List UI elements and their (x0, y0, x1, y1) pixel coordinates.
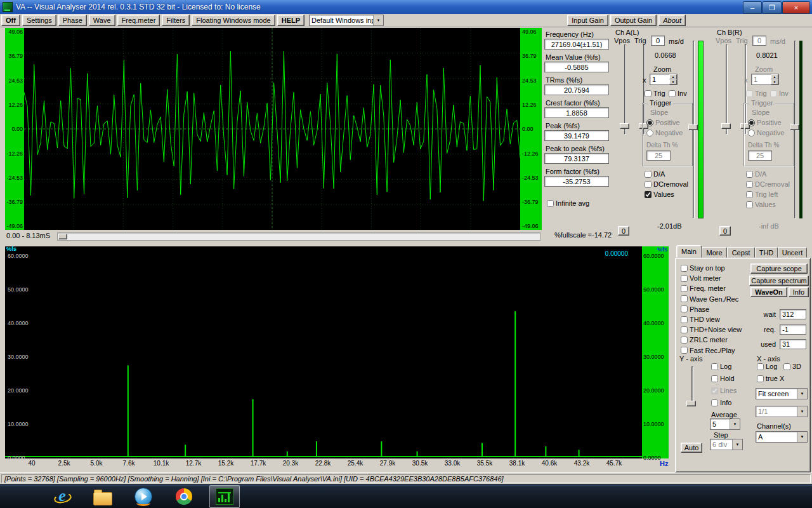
step-select-dropdown-icon[interactable]: ▼ (732, 439, 742, 450)
channel-a-check-d-a[interactable]: D/A (645, 170, 665, 178)
tab-cepst[interactable]: Cepst (727, 247, 755, 258)
channel-b-slope-positive[interactable]: Positive (748, 119, 782, 126)
channel-a-zero-button[interactable]: 0 (618, 226, 629, 236)
channel-b-slope-negative-radio[interactable] (748, 130, 755, 137)
channel-b-level-thumb[interactable] (790, 124, 799, 130)
y-axis-lines-checkbox[interactable] (711, 387, 718, 394)
taskbar-internet-explorer[interactable]: e (47, 485, 77, 508)
option-freq-meter[interactable]: Freq. meter (681, 284, 726, 292)
channel-a-zoom-spinner[interactable]: 1▲▼ (650, 74, 678, 85)
channel-b-inv-check[interactable]: Inv (770, 90, 789, 97)
option-volt-meter-checkbox[interactable] (681, 275, 688, 282)
minimize-button[interactable]: – (743, 1, 762, 14)
channel-b-check-trig-left-checkbox[interactable] (746, 191, 753, 198)
option-zrlc-meter[interactable]: ZRLC meter (681, 336, 728, 344)
option-thd-view-checkbox[interactable] (681, 316, 688, 323)
x-axis-3d[interactable]: 3D (783, 363, 801, 370)
channel-b-trig-check-checkbox[interactable] (746, 90, 753, 97)
option-stay-on-top[interactable]: Stay on top (681, 264, 725, 272)
y-axis-info-checkbox[interactable] (711, 399, 718, 406)
channel-a-vpos-slider[interactable] (624, 44, 626, 135)
y-axis-log-checkbox[interactable] (711, 363, 718, 370)
y-axis-log[interactable]: Log (711, 363, 731, 370)
floating-windows-button[interactable]: Floating Windows mode (192, 15, 275, 26)
taskbar-chrome[interactable] (169, 485, 199, 508)
tab-more[interactable]: More (702, 247, 727, 258)
channel-b-trig-check[interactable]: Trig (746, 90, 767, 97)
channel-a-check-values-checkbox[interactable] (645, 191, 652, 198)
settings-button[interactable]: Settings (22, 15, 56, 26)
fit-screen-select[interactable]: Fit screen▼ (756, 388, 808, 399)
fit-screen-select-dropdown-icon[interactable]: ▼ (797, 389, 807, 399)
channel-a-slope-negative-radio[interactable] (646, 130, 653, 137)
y-axis-hold[interactable]: Hold (711, 375, 735, 382)
field-wait-input[interactable]: 312 (780, 309, 806, 319)
channel-a-zoom-spinner-down-icon[interactable]: ▼ (669, 79, 677, 84)
about-button[interactable]: About (658, 15, 686, 26)
option-fast-rec-play[interactable]: Fast Rec./Play (681, 347, 735, 354)
channel-a-inv-check-checkbox[interactable] (669, 90, 676, 97)
y-axis-info[interactable]: Info (711, 399, 731, 406)
infinite-avg-checkbox[interactable] (547, 200, 554, 207)
y-axis-lines[interactable]: Lines (711, 387, 737, 394)
option-thd-view[interactable]: THD view (681, 316, 720, 323)
taskbar-media-player[interactable] (128, 485, 159, 508)
channel-a-vpos-slider-thumb[interactable] (620, 123, 629, 129)
channel-a-zoom-spinner-up-icon[interactable]: ▲ (669, 74, 677, 79)
field-req-input[interactable]: -1 (780, 324, 806, 335)
channel-a-check-values[interactable]: Values (645, 190, 674, 198)
channel-b-vpos-slider[interactable] (726, 44, 728, 135)
channel-a-slope-positive[interactable]: Positive (646, 119, 680, 126)
phase-button[interactable]: Phase (58, 15, 87, 26)
channel-b-check-trig-left[interactable]: Trig left (746, 190, 778, 198)
channel-b-delta-value[interactable]: 25 (748, 150, 772, 161)
channel-b-check-d-a[interactable]: D/A (746, 170, 766, 178)
channel-a-inv-check[interactable]: Inv (669, 90, 687, 97)
input-gain-button[interactable]: Input Gain (567, 15, 608, 26)
off-button[interactable]: Off (1, 15, 20, 26)
channel-a-trig-check-checkbox[interactable] (645, 90, 652, 97)
option-zrlc-meter-checkbox[interactable] (681, 337, 688, 344)
scope-scrollbar-handle[interactable] (58, 234, 67, 239)
y-axis-slider[interactable] (691, 366, 693, 406)
freq-meter-button[interactable]: Freq.meter (117, 15, 160, 26)
wave-button[interactable]: Wave (89, 15, 115, 26)
ratio-select-dropdown-icon[interactable]: ▼ (797, 406, 807, 417)
x-axis-truex[interactable]: true X (757, 375, 784, 382)
step-select[interactable]: 6 div▼ (710, 439, 743, 450)
x-axis-3d-checkbox[interactable] (783, 363, 790, 370)
option-stay-on-top-checkbox[interactable] (681, 265, 688, 272)
channel-b-check-dcremoval-checkbox[interactable] (746, 181, 753, 188)
ratio-select[interactable]: 1/1▼ (756, 406, 808, 417)
channel-a-check-dcremoval[interactable]: DCremoval (645, 180, 688, 188)
x-axis-log-checkbox[interactable] (757, 363, 764, 370)
y-axis-slider-thumb[interactable] (686, 401, 696, 406)
channel-b-slope-positive-radio[interactable] (748, 119, 755, 126)
channel-a-slope-negative[interactable]: Negative (646, 129, 683, 137)
channel-b-zoom-spinner[interactable]: 1▲▼ (751, 74, 779, 85)
channel-b-zoom-spinner-down-icon[interactable]: ▼ (771, 79, 778, 84)
tab-thd[interactable]: THD (755, 247, 778, 258)
channel-b-check-values[interactable]: Values (746, 201, 776, 208)
channel-b-inv-check-checkbox[interactable] (770, 90, 777, 97)
channel-a-zoom-spinner-buttons[interactable]: ▲▼ (669, 74, 677, 84)
input-device-select[interactable]: Default Windows inp ▼ (309, 15, 384, 26)
option-fast-rec-play-checkbox[interactable] (681, 347, 688, 354)
option-phase[interactable]: Phase (681, 305, 709, 313)
channel-b-zoom-spinner-buttons[interactable]: ▲▼ (771, 74, 778, 84)
channel-a-offset-box[interactable]: 0 (651, 36, 665, 46)
help-button[interactable]: HELP (277, 15, 304, 26)
channel-b-zero-button[interactable]: 0 (719, 226, 731, 236)
y-axis-hold-checkbox[interactable] (711, 375, 718, 382)
field-used-input[interactable]: 31 (780, 339, 806, 349)
channel-a-level-thumb[interactable] (688, 124, 698, 130)
x-axis-log[interactable]: Log (757, 363, 777, 370)
taskbar-windows-explorer[interactable] (88, 485, 118, 508)
filters-button[interactable]: Filters (162, 15, 190, 26)
taskbar-visual-analyser[interactable] (209, 485, 240, 508)
x-axis-truex-checkbox[interactable] (757, 375, 764, 382)
option-thd-noise-view[interactable]: THD+Noise view (681, 326, 742, 333)
wave-on-button[interactable]: WaveOn (750, 287, 787, 297)
channel-b-offset-box[interactable]: 0 (752, 36, 766, 46)
channel-a-delta-value[interactable]: 25 (646, 150, 671, 161)
